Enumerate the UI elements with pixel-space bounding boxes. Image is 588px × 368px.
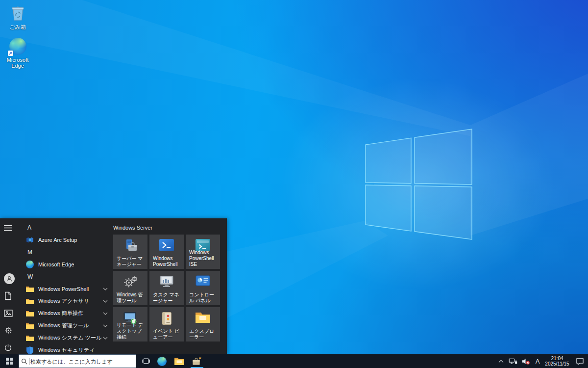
- chevron-down-icon[interactable]: [103, 288, 108, 290]
- chevron-down-icon[interactable]: [103, 337, 108, 340]
- taskbar-search[interactable]: [19, 354, 136, 368]
- user-account-button[interactable]: [0, 272, 24, 285]
- header-letter: M: [27, 249, 32, 256]
- app-label: Microsoft Edge: [38, 262, 74, 267]
- tile-explorer[interactable]: エクスプローラー: [186, 307, 220, 342]
- app-list-header-w[interactable]: W: [24, 270, 113, 283]
- folder-label: Windows システム ツール: [38, 334, 101, 342]
- app-list-item-azure-arc-setup[interactable]: Azure Arc Setup: [24, 234, 113, 246]
- server-manager-icon: [113, 239, 147, 253]
- app-label: Windows セキュリティ: [38, 346, 95, 354]
- control-panel-icon: [186, 275, 220, 286]
- show-hidden-icons-button[interactable]: [495, 354, 507, 368]
- tile-group-label[interactable]: Windows Server: [113, 222, 221, 235]
- chevron-down-icon[interactable]: [103, 300, 108, 303]
- explorer-folder-icon: [186, 312, 220, 323]
- taskbar-file-explorer-button[interactable]: [172, 354, 187, 368]
- folder-icon: [25, 321, 34, 330]
- tile-label: Windows 管理ツール: [117, 292, 146, 304]
- chevron-down-icon[interactable]: [103, 312, 108, 315]
- app-list-folder-windows-ease-of-access[interactable]: Windows 簡単操作: [24, 307, 113, 319]
- tile-label: エクスプローラー: [189, 328, 219, 340]
- header-letter: A: [27, 224, 31, 231]
- text-cursor: [29, 358, 29, 365]
- app-list-header-a[interactable]: A: [24, 221, 113, 234]
- app-label: Azure Arc Setup: [38, 237, 77, 243]
- app-list-folder-windows-system-tools[interactable]: Windows システム ツール: [24, 332, 113, 344]
- taskbar-clock[interactable]: 21:04 2025/11/15: [543, 354, 571, 368]
- tile-windows-admin-tools[interactable]: Windows 管理ツール: [113, 271, 147, 305]
- tile-label: コントロール パネル: [189, 292, 219, 304]
- shield-icon: [25, 346, 34, 354]
- wallpaper-windows-logo: [363, 127, 475, 242]
- action-center-button[interactable]: [571, 354, 588, 368]
- windows-logo-icon: [6, 358, 13, 365]
- start-menu: A Azure Arc Setup M Microsoft Edge W: [0, 218, 227, 354]
- network-status-button[interactable]: [507, 354, 519, 368]
- edge-icon: [157, 357, 167, 366]
- desktop: ごみ箱 Microsoft Edge: [0, 0, 588, 368]
- tile-event-viewer[interactable]: イベント ビューアー: [149, 307, 184, 342]
- gears-icon: [113, 275, 147, 289]
- volume-button[interactable]: [519, 354, 532, 368]
- tile-windows-powershell-ise[interactable]: Windows PowerShell ISE: [186, 235, 220, 269]
- pictures-button[interactable]: [0, 307, 24, 319]
- powershell-icon: [149, 239, 184, 251]
- ime-language-button[interactable]: A: [532, 354, 543, 368]
- start-menu-rail: [0, 218, 24, 354]
- tile-group-windows-server: Windows Server サーバー マネージャー Windows Power…: [113, 222, 221, 342]
- tile-task-manager[interactable]: タスク マネージャー: [149, 271, 184, 305]
- header-letter: W: [27, 273, 33, 280]
- taskbar-edge-button[interactable]: [154, 354, 170, 368]
- task-view-icon: [142, 357, 150, 366]
- app-list-folder-windows-powershell[interactable]: Windows PowerShell: [24, 283, 113, 295]
- start-button[interactable]: [0, 354, 19, 368]
- desktop-icon-microsoft-edge[interactable]: Microsoft Edge: [0, 37, 35, 69]
- volume-muted-icon: [521, 358, 530, 365]
- app-list-item-windows-security[interactable]: Windows セキュリティ: [24, 344, 113, 354]
- folder-icon: [25, 334, 34, 342]
- tile-label: タスク マネージャー: [153, 292, 182, 304]
- ethernet-network-icon: [509, 358, 517, 365]
- action-center-icon: [576, 358, 584, 365]
- documents-button[interactable]: [0, 289, 24, 302]
- tile-label: Windows PowerShell ISE: [189, 250, 219, 267]
- server-manager-icon: [192, 356, 202, 366]
- folder-label: Windows 管理ツール: [38, 322, 89, 329]
- app-list-folder-windows-accessories[interactable]: Windows アクセサリ: [24, 295, 113, 307]
- app-list-header-m[interactable]: M: [24, 246, 113, 258]
- desktop-icon-label: ごみ箱: [0, 24, 35, 31]
- chevron-down-icon[interactable]: [103, 324, 108, 327]
- folder-label: Windows PowerShell: [38, 286, 89, 292]
- tile-windows-powershell[interactable]: Windows PowerShell: [149, 235, 184, 269]
- power-icon: [4, 343, 12, 352]
- app-list-folder-windows-admin-tools[interactable]: Windows 管理ツール: [24, 319, 113, 332]
- user-avatar-icon: [4, 273, 15, 284]
- folder-icon: [25, 309, 34, 317]
- pictures-icon: [4, 310, 13, 317]
- system-tray: A 21:04 2025/11/15: [495, 354, 588, 368]
- folder-icon: [25, 285, 34, 293]
- event-viewer-icon: [149, 312, 184, 325]
- tile-server-manager[interactable]: サーバー マネージャー: [113, 235, 147, 269]
- tile-grid: サーバー マネージャー Windows PowerShell Windows P…: [113, 235, 221, 342]
- folder-label: Windows アクセサリ: [38, 297, 89, 305]
- tile-remote-desktop[interactable]: リモート デスクトップ接続: [113, 307, 147, 342]
- ime-mode-label: A: [536, 358, 540, 365]
- power-button[interactable]: [0, 341, 24, 354]
- settings-button[interactable]: [0, 324, 24, 337]
- desktop-icon-label: Microsoft Edge: [0, 57, 35, 69]
- taskbar-server-manager-button[interactable]: [189, 354, 205, 368]
- clock-date: 2025/11/15: [545, 361, 569, 367]
- search-input[interactable]: [30, 359, 126, 365]
- tile-label: サーバー マネージャー: [117, 256, 146, 267]
- start-menu-app-list: A Azure Arc Setup M Microsoft Edge W: [24, 221, 113, 354]
- recycle-bin-icon: [11, 5, 24, 21]
- desktop-icon-recycle-bin[interactable]: ごみ箱: [0, 4, 35, 31]
- tile-control-panel[interactable]: コントロール パネル: [186, 271, 220, 305]
- expand-menu-button[interactable]: [0, 221, 24, 234]
- task-view-button[interactable]: [138, 354, 154, 368]
- folder-label: Windows 簡単操作: [38, 310, 83, 317]
- app-list-item-microsoft-edge[interactable]: Microsoft Edge: [24, 258, 113, 270]
- clock-time: 21:04: [551, 356, 563, 362]
